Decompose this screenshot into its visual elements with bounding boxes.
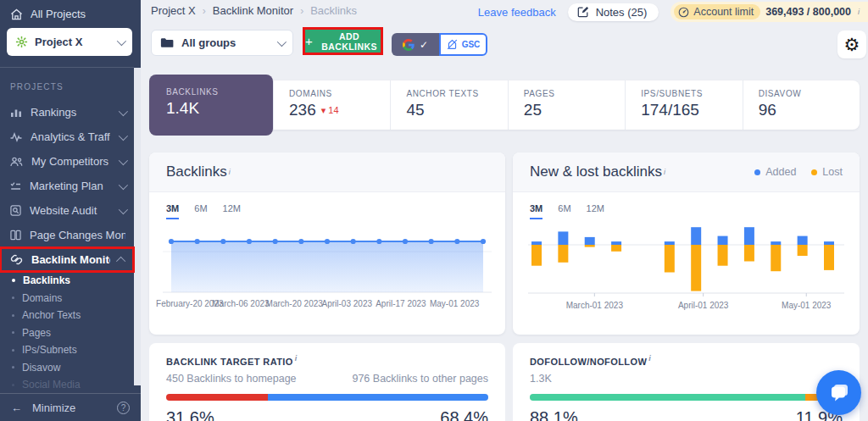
period-tab-12m[interactable]: 12M bbox=[587, 203, 604, 219]
stats-tab-label: DISAVOW bbox=[759, 89, 860, 98]
ratio-left-segment bbox=[166, 394, 268, 401]
sidebar-subitem-label: Disavow bbox=[22, 362, 60, 374]
x-tick-label: March-06 2023 bbox=[212, 299, 269, 308]
breadcrumb-item[interactable]: Project X bbox=[151, 4, 196, 17]
stats-tab-domains[interactable]: DOMAINS236▾ 14 bbox=[273, 80, 390, 130]
sidebar-scrollbar[interactable] bbox=[134, 68, 141, 385]
info-icon: i bbox=[648, 354, 651, 363]
gsc-disabled-icon bbox=[447, 39, 458, 50]
leave-feedback-link[interactable]: Leave feedback bbox=[478, 6, 556, 19]
gsc-source-segment[interactable]: GSC bbox=[439, 33, 487, 56]
ratio-left-percent: 31.6% bbox=[166, 408, 214, 421]
sidebar-item-my-competitors[interactable]: My Competitors bbox=[0, 149, 134, 174]
x-tick-label: April-17 2023 bbox=[376, 299, 426, 308]
sidebar-item-label: Rankings bbox=[31, 106, 110, 119]
chevron-down-icon bbox=[119, 130, 128, 140]
account-limit-value: 369,493 / 800,000 bbox=[765, 6, 851, 18]
sidebar-subitem-ips-subnets[interactable]: IPs/Subnets bbox=[0, 341, 134, 359]
sidebar-item-rankings[interactable]: Rankings bbox=[0, 100, 134, 125]
account-limit-badge: Account limit 369,493 / 800,000 i bbox=[670, 2, 868, 22]
sidebar-item-label: Website Audit bbox=[30, 204, 110, 217]
ratio-right-label: 976 Backlinks to other pages bbox=[352, 373, 488, 385]
stats-tab-label: ANCHOR TEXTS bbox=[406, 89, 507, 98]
gear-icon: ⚙ bbox=[844, 36, 860, 53]
breadcrumb-item: Backlinks bbox=[310, 4, 357, 17]
stats-tab-value: 96 bbox=[759, 101, 860, 119]
sidebar-item-website-audit[interactable]: Website Audit bbox=[0, 198, 134, 223]
bullet-icon bbox=[12, 366, 14, 368]
dofollow-nofollow-card: DOFOLLOW/NOFOLLOWi1.3K16988.1%11.9% bbox=[513, 343, 860, 421]
breadcrumb: Project X›Backlink Monitor›Backlinks bbox=[151, 4, 357, 17]
group-filter-select[interactable]: All groups bbox=[151, 30, 293, 56]
stats-tab-anchor-texts[interactable]: ANCHOR TEXTS45 bbox=[390, 80, 507, 130]
period-tabs: 3M6M12M bbox=[513, 192, 860, 219]
minimize-button[interactable]: ← Minimize ? bbox=[0, 393, 141, 421]
help-icon[interactable]: ? bbox=[117, 402, 130, 414]
period-tab-3m[interactable]: 3M bbox=[530, 203, 542, 219]
sidebar-item-backlink-monitor[interactable]: Backlink Monitor bbox=[0, 247, 134, 272]
backlinks-line-chart[interactable] bbox=[163, 230, 492, 294]
google-source-segment[interactable]: ✓ bbox=[392, 33, 439, 56]
stats-value-number: 236 bbox=[289, 101, 316, 119]
ratio-left-percent: 88.1% bbox=[530, 408, 578, 421]
bullet-icon bbox=[12, 296, 14, 299]
add-backlinks-label: ADD BACKLINKS bbox=[318, 31, 381, 52]
project-icon bbox=[15, 36, 28, 48]
minimize-label: Minimize bbox=[32, 402, 75, 414]
sidebar-subitem-pages[interactable]: Pages bbox=[0, 324, 134, 342]
breadcrumb-separator: › bbox=[300, 5, 303, 17]
all-projects-link[interactable]: All Projects bbox=[10, 8, 86, 20]
bullet-icon bbox=[12, 331, 14, 334]
sidebar-subitem-label: Backlinks bbox=[23, 274, 70, 286]
legend-dot-icon bbox=[754, 169, 760, 175]
add-backlinks-button[interactable]: + ADD BACKLINKS bbox=[305, 30, 381, 53]
sidebar-subitem-label: IPs/Subnets bbox=[22, 344, 77, 356]
bar-chart-icon bbox=[10, 107, 22, 118]
gauge-icon bbox=[678, 7, 689, 18]
bullet-icon bbox=[12, 279, 15, 282]
plus-icon: + bbox=[305, 34, 313, 48]
sidebar-item-analytics-traffic[interactable]: Analytics & Traffic bbox=[0, 125, 134, 149]
stats-tab-value: 1.4K bbox=[166, 99, 273, 118]
period-tab-3m[interactable]: 3M bbox=[166, 203, 179, 219]
stats-tab-disavow[interactable]: DISAVOW96 bbox=[743, 80, 860, 130]
info-icon: i bbox=[295, 354, 298, 363]
stats-value-number: 45 bbox=[406, 101, 424, 119]
ratio-values: 31.6%68.4% bbox=[166, 408, 488, 421]
sidebar-subitem-label: Pages bbox=[22, 327, 51, 339]
backlinks-chart-card: Backlinks i 3M6M12M February-20 2023Marc… bbox=[149, 152, 505, 335]
stats-tab-label: BACKLINKS bbox=[166, 87, 273, 97]
stats-tab-pages[interactable]: PAGES25 bbox=[508, 80, 625, 130]
stats-tab-backlinks[interactable]: BACKLINKS1.4K bbox=[149, 75, 273, 136]
sidebar-subitem-anchor-texts[interactable]: Anchor Texts bbox=[0, 307, 134, 324]
annotation-box-add-backlinks: + ADD BACKLINKS bbox=[303, 27, 383, 55]
sidebar-subitem-disavow[interactable]: Disavow bbox=[0, 359, 134, 377]
chevron-up-icon bbox=[116, 256, 125, 265]
chevron-down-icon bbox=[277, 36, 287, 46]
chevron-down-icon bbox=[119, 180, 128, 189]
sidebar-subitem-social-media[interactable]: Social Media bbox=[0, 376, 134, 394]
ratio-progress-bar bbox=[166, 394, 488, 401]
breadcrumb-separator: › bbox=[203, 5, 206, 17]
period-tab-12m[interactable]: 12M bbox=[223, 203, 241, 219]
settings-button[interactable]: ⚙ bbox=[837, 30, 866, 58]
sidebar-item-page-changes-monitor[interactable]: Page Changes Monitor bbox=[0, 223, 134, 247]
sidebar-subitem-backlinks[interactable]: Backlinks bbox=[0, 272, 134, 290]
stats-tab-ips-subnets[interactable]: IPS/SUBNETS174/165 bbox=[625, 80, 742, 130]
sidebar-item-marketing-plan[interactable]: Marketing Plan bbox=[0, 174, 134, 198]
bullet-icon bbox=[12, 314, 14, 317]
projects-section-label: PROJECTS bbox=[10, 82, 64, 91]
legend-label: Added bbox=[765, 166, 796, 178]
sidebar: All Projects Project X PROJECTS Rankings… bbox=[0, 0, 141, 421]
breadcrumb-item[interactable]: Backlink Monitor bbox=[213, 4, 293, 17]
new-lost-chart-title: New & lost backlinks bbox=[530, 163, 662, 180]
sidebar-subitem-domains[interactable]: Domains bbox=[0, 290, 134, 307]
period-tab-6m[interactable]: 6M bbox=[558, 203, 570, 219]
new-lost-bar-chart[interactable] bbox=[528, 223, 844, 299]
stats-value-number: 174/165 bbox=[641, 101, 699, 119]
notes-button[interactable]: Notes (25) bbox=[568, 3, 659, 21]
project-selector[interactable]: Project X bbox=[7, 28, 132, 56]
info-icon: i bbox=[858, 8, 860, 16]
period-tab-6m[interactable]: 6M bbox=[194, 203, 207, 219]
chat-widget-button[interactable] bbox=[816, 370, 861, 415]
